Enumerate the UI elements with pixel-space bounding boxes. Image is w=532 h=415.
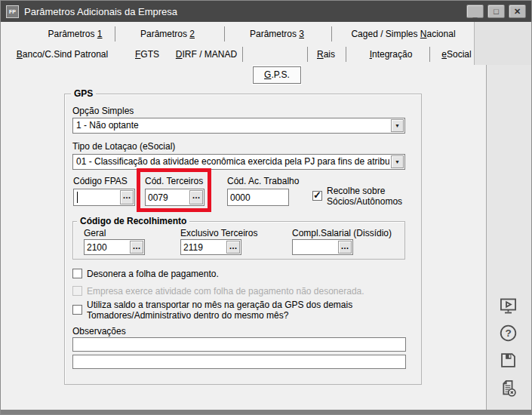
observacoes-label: Observações: [72, 326, 126, 337]
close-icon: ✕: [514, 7, 521, 17]
observacoes-field-1[interactable]: [72, 337, 406, 352]
discard-document-button[interactable]: [495, 376, 521, 400]
tab-separator: [242, 47, 243, 62]
minimize-icon: _: [472, 9, 477, 18]
compl-salarial-browse-button[interactable]: …: [338, 241, 352, 254]
chevron-down-icon[interactable]: ▼: [391, 155, 404, 168]
tab-separator: [346, 47, 346, 62]
compl-salarial-field[interactable]: …: [292, 239, 353, 255]
save-button[interactable]: [495, 348, 521, 372]
video-tutorial-icon: [498, 296, 518, 316]
tab-fgts[interactable]: FGTS: [125, 44, 170, 65]
desonera-label: Desonera a folha de pagamento.: [87, 269, 219, 279]
discard-document-icon: [498, 378, 518, 398]
video-tutorial-button[interactable]: [495, 294, 521, 318]
tab-strip-filler: [474, 22, 532, 65]
geral-browse-button[interactable]: …: [130, 241, 143, 254]
tab-gps-selected[interactable]: G.P.S.: [253, 66, 301, 84]
app-icon: FP: [6, 5, 19, 18]
tab-integracao[interactable]: Integração: [350, 44, 432, 65]
exclusivo-terceiros-field[interactable]: …: [180, 239, 241, 255]
tipo-lotacao-label: Tipo de Lotaçao (eSocial): [72, 141, 175, 152]
window-title: Parâmetros Adicionais da Empresa: [24, 6, 461, 17]
codigo-fpas-browse-button[interactable]: …: [120, 190, 134, 204]
window-bottom-edge: [1, 410, 531, 414]
cod-terceiros-label: Cód. Terceiros: [145, 176, 203, 186]
maximize-icon: □: [494, 7, 499, 16]
tab-strip: Parâmetros 1 Parâmetros 2 Parâmetros 3 C…: [2, 22, 474, 65]
codigo-fpas-label: Código FPAS: [73, 176, 128, 186]
gps-legend: GPS: [71, 88, 96, 99]
cod-terceiros-browse-button[interactable]: …: [189, 190, 203, 204]
utiliza-saldo-checkbox[interactable]: [72, 305, 82, 315]
cod-ac-trabalho-field[interactable]: [227, 189, 289, 206]
utiliza-saldo-label-line2: Tomadores/Administrativo dentro do mesmo…: [87, 310, 288, 321]
check-icon: ✓: [313, 189, 321, 201]
tab-separator: [307, 47, 308, 62]
chevron-down-icon[interactable]: ▼: [391, 119, 404, 132]
cod-ac-trabalho-input[interactable]: [228, 189, 288, 205]
opcao-simples-combobox[interactable]: 1 - Não optante ▼: [72, 118, 405, 134]
desonera-checkbox[interactable]: [72, 269, 82, 278]
utiliza-saldo-label-line1: Utiliza saldo a transportar no mês na ge…: [87, 300, 352, 310]
compl-salarial-label: Compl.Salarial (Dissídio): [292, 228, 392, 238]
tab-banco-csind-patronal[interactable]: Banco/C.Sind Patronal: [8, 44, 117, 65]
tab-separator: [331, 26, 332, 42]
maximize-button[interactable]: □: [487, 5, 505, 18]
tab-separator: [224, 26, 225, 42]
tab-dirf-manad[interactable]: DIRF / MANAD: [171, 44, 242, 65]
tab-parametros-2[interactable]: Parâmetros 2: [115, 23, 220, 45]
svg-text:?: ?: [505, 327, 511, 339]
title-bar: FP Parâmetros Adicionais da Empresa _ □ …: [1, 1, 531, 22]
minimize-button[interactable]: _: [466, 5, 484, 18]
tab-parametros-3[interactable]: Parâmetros 3: [225, 23, 329, 45]
geral-field[interactable]: …: [84, 239, 145, 255]
tab-rais[interactable]: Rais: [309, 44, 343, 65]
recolhe-socios-label-line1: Recolhe sobre: [327, 186, 385, 196]
cod-terceiros-field[interactable]: …: [145, 189, 204, 206]
tab-caged-simples-nacional[interactable]: Caged / Simples Nacional: [334, 23, 473, 45]
help-button[interactable]: ?: [495, 321, 521, 345]
recolhimento-legend: Código de Recolhimento: [77, 216, 189, 226]
tab-esocial[interactable]: eSocial: [435, 44, 478, 65]
save-icon: [498, 350, 518, 370]
tipo-lotacao-combobox[interactable]: 01 - Classificação da atividade econômic…: [72, 154, 405, 170]
window-controls: _ □ ✕: [466, 5, 526, 18]
tab-separator: [115, 26, 115, 42]
opcao-simples-label: Opção Simples: [72, 106, 134, 116]
close-button[interactable]: ✕: [509, 5, 526, 18]
exclusivo-terceiros-label: Exclusivo Terceiros: [180, 228, 257, 238]
tipo-lotacao-value: 01 - Classificação da atividade econômic…: [76, 155, 389, 169]
codigo-fpas-field[interactable]: …: [73, 189, 135, 206]
cod-ac-trabalho-label: Cód. Ac. Trabalho: [227, 176, 299, 186]
observacoes-field-2[interactable]: [72, 355, 406, 369]
geral-label: Geral: [84, 228, 106, 238]
tab-separator: [429, 47, 430, 62]
observacoes-input-1[interactable]: [73, 338, 405, 351]
dialog-parametros-adicionais: FP Parâmetros Adicionais da Empresa _ □ …: [0, 0, 532, 415]
recolhe-socios-label-line2: Sócios/Autônomos: [327, 196, 402, 207]
observacoes-input-2[interactable]: [73, 355, 405, 368]
exclusivo-terceiros-browse-button[interactable]: …: [226, 241, 240, 254]
text-cursor: [77, 192, 78, 203]
recolhe-socios-checkbox[interactable]: ✓: [312, 191, 322, 201]
opcao-simples-value: 1 - Não optante: [76, 118, 389, 133]
help-icon: ?: [498, 323, 518, 343]
empresa-exerce-label: Empresa exerce atividade com folha de pa…: [87, 286, 364, 297]
empresa-exerce-checkbox: [72, 286, 82, 296]
